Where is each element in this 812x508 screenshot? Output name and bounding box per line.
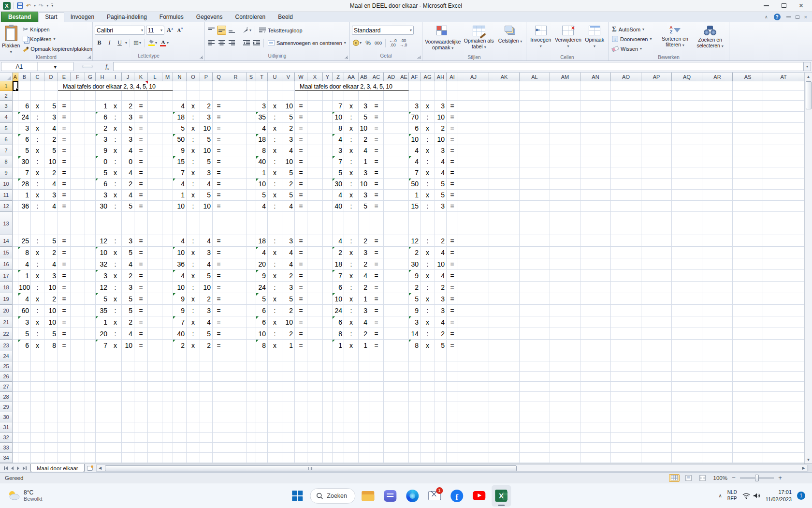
cell[interactable]: [148, 235, 162, 247]
cell[interactable]: 10: [96, 247, 109, 258]
cell[interactable]: [282, 212, 295, 235]
orientation-button[interactable]: ▾: [242, 26, 252, 35]
cell[interactable]: 4: [435, 247, 447, 258]
cell[interactable]: [435, 443, 447, 453]
cell[interactable]: [489, 316, 520, 328]
cell[interactable]: 2: [282, 123, 295, 134]
cell[interactable]: 5: [122, 123, 134, 134]
cell[interactable]: [399, 293, 409, 305]
cell[interactable]: [399, 145, 409, 156]
cell[interactable]: 3: [359, 247, 369, 258]
cell[interactable]: =: [213, 270, 225, 282]
cell[interactable]: [13, 402, 18, 412]
cell[interactable]: [489, 190, 520, 201]
currency-format-button[interactable]: ¢▾: [352, 38, 362, 47]
cell[interactable]: :: [344, 201, 359, 212]
cell[interactable]: [672, 372, 702, 382]
cell[interactable]: [611, 145, 641, 156]
cell[interactable]: 1: [409, 190, 420, 201]
cell[interactable]: [384, 316, 399, 328]
cell[interactable]: =: [295, 134, 307, 145]
cell[interactable]: [225, 372, 246, 382]
cell[interactable]: x: [268, 123, 282, 134]
cell[interactable]: [31, 361, 44, 372]
cell[interactable]: [520, 453, 550, 463]
cell[interactable]: [763, 351, 804, 361]
cell[interactable]: [71, 167, 85, 179]
cell[interactable]: [246, 328, 256, 340]
cell[interactable]: :: [187, 201, 200, 212]
cell[interactable]: :: [420, 112, 435, 123]
cell[interactable]: =: [295, 112, 307, 123]
cell[interactable]: [109, 412, 122, 422]
cell[interactable]: [384, 156, 399, 167]
cell[interactable]: [246, 235, 256, 247]
cell[interactable]: :: [109, 235, 122, 247]
cell[interactable]: [733, 422, 763, 433]
row-header[interactable]: 25: [0, 361, 13, 372]
cell[interactable]: [641, 351, 672, 361]
cell[interactable]: [420, 453, 435, 463]
cell[interactable]: 10: [256, 328, 268, 340]
cell[interactable]: [333, 433, 344, 443]
cell[interactable]: [489, 212, 520, 235]
cell[interactable]: 4: [409, 156, 420, 167]
cell[interactable]: [323, 361, 333, 372]
cell[interactable]: [246, 293, 256, 305]
cell[interactable]: [399, 328, 409, 340]
cell[interactable]: 8: [18, 247, 31, 258]
cell[interactable]: [520, 235, 550, 247]
cell[interactable]: [173, 351, 187, 361]
cell[interactable]: 20: [256, 258, 268, 270]
cell[interactable]: [641, 412, 672, 422]
cell[interactable]: =: [369, 305, 384, 316]
cell[interactable]: [359, 382, 369, 392]
cell[interactable]: [18, 433, 31, 443]
row-header[interactable]: 9: [0, 167, 13, 179]
cell[interactable]: 3: [282, 282, 295, 293]
cell[interactable]: [268, 422, 282, 433]
cell[interactable]: [384, 112, 399, 123]
cell[interactable]: [409, 402, 420, 412]
cell[interactable]: =: [369, 123, 384, 134]
align-center-button[interactable]: [217, 38, 226, 47]
cell[interactable]: [409, 81, 420, 91]
cell[interactable]: [162, 443, 173, 453]
cell[interactable]: [256, 422, 268, 433]
cell[interactable]: 3: [359, 305, 369, 316]
cell[interactable]: [173, 81, 187, 91]
cell[interactable]: =: [134, 101, 148, 112]
cell[interactable]: 5: [18, 328, 31, 340]
cell[interactable]: 2: [122, 270, 134, 282]
cell[interactable]: 1: [333, 340, 344, 351]
cell[interactable]: =: [134, 340, 148, 351]
cell[interactable]: :: [187, 258, 200, 270]
column-header[interactable]: D: [44, 73, 58, 81]
cell[interactable]: 5: [200, 190, 213, 201]
next-sheet-button[interactable]: [17, 466, 19, 470]
cell[interactable]: [580, 316, 611, 328]
row-header[interactable]: 4: [0, 112, 13, 123]
cell[interactable]: 14: [409, 328, 420, 340]
cell[interactable]: [162, 201, 173, 212]
cell[interactable]: [246, 372, 256, 382]
cell[interactable]: [641, 167, 672, 179]
cell[interactable]: [323, 258, 333, 270]
cell[interactable]: =: [134, 328, 148, 340]
cell[interactable]: 6: [256, 305, 268, 316]
cell[interactable]: [672, 258, 702, 270]
cell[interactable]: 2: [282, 270, 295, 282]
cell[interactable]: [580, 167, 611, 179]
cell[interactable]: [611, 422, 641, 433]
cell[interactable]: 4: [359, 316, 369, 328]
cell[interactable]: :: [420, 134, 435, 145]
cell[interactable]: x: [344, 145, 359, 156]
cell[interactable]: [641, 212, 672, 235]
cell[interactable]: [31, 402, 44, 412]
cell[interactable]: [550, 443, 580, 453]
font-color-button[interactable]: A▾: [159, 38, 170, 47]
cell[interactable]: 10: [122, 340, 134, 351]
cell[interactable]: [384, 372, 399, 382]
cell[interactable]: :: [344, 112, 359, 123]
cell[interactable]: [672, 235, 702, 247]
